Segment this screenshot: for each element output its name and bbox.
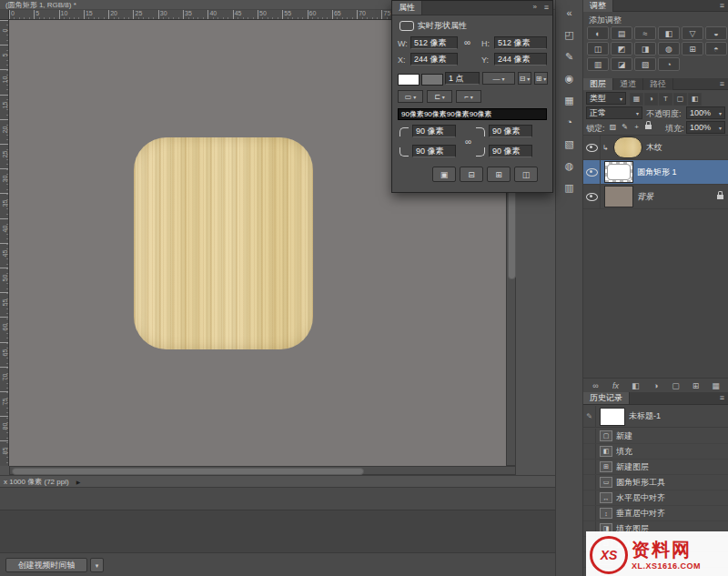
adjustment-icon[interactable]: ▥ — [587, 57, 609, 71]
stroke-style-dropdown[interactable]: ― — [482, 72, 515, 85]
dock-panel-icon[interactable]: ◍ — [560, 157, 580, 175]
lock-position-icon[interactable]: + — [631, 121, 642, 133]
combine-shapes-button[interactable]: ▣ — [432, 167, 456, 182]
history-step[interactable]: ↔水平居中对齐 — [583, 490, 728, 506]
history-source-cell[interactable] — [583, 460, 596, 474]
status-menu-arrow-icon[interactable]: ▶ — [76, 480, 81, 485]
radius-combined-field[interactable]: 90像素90像素90像素90像素 — [398, 108, 547, 120]
layer-row[interactable]: ↳木纹 — [583, 136, 728, 160]
tab-layers[interactable]: 图层 — [583, 78, 613, 90]
new-layer-icon[interactable]: ⊞ — [690, 379, 703, 393]
link-layers-icon[interactable]: ∞ — [590, 379, 602, 393]
adjustment-icon[interactable]: ◐ — [587, 26, 609, 40]
layer-filter-icon[interactable]: ▢ — [673, 93, 687, 106]
intersect-shape-button[interactable]: ⊞ — [487, 167, 511, 182]
delete-layer-icon[interactable]: ▦ — [710, 379, 723, 393]
dock-panel-icon[interactable]: ◔ — [560, 113, 580, 131]
dock-panel-icon[interactable]: ✎ — [560, 47, 580, 66]
layer-row[interactable]: 圆角矩形 1 — [583, 160, 728, 185]
tab-paths[interactable]: 路径 — [643, 78, 673, 90]
adjustment-icon[interactable]: ◨ — [634, 42, 656, 56]
dock-panel-icon[interactable]: ▥ — [560, 178, 580, 197]
dock-panel-icon[interactable]: ◉ — [560, 69, 580, 87]
panel-menu-icon[interactable]: ≡ — [544, 3, 549, 12]
layer-filter-icon[interactable]: ◑ — [644, 93, 658, 106]
history-snapshot-row[interactable]: ✎ 未标题-1 — [583, 406, 728, 428]
layer-filter-icon[interactable]: ◧ — [688, 93, 702, 106]
adjustment-icon[interactable]: ▧ — [634, 57, 656, 71]
width-field[interactable]: 512 像素 — [410, 36, 458, 49]
visibility-toggle[interactable] — [583, 136, 601, 159]
exclude-shape-button[interactable]: ◫ — [514, 167, 538, 182]
history-source-cell[interactable] — [583, 444, 596, 459]
lock-all-icon[interactable] — [642, 121, 654, 133]
link-radii-icon[interactable]: ∞ — [465, 136, 471, 147]
stroke-width-field[interactable]: 1 点 — [445, 72, 480, 85]
adjustment-icon[interactable]: ≈ — [634, 26, 656, 40]
blend-mode-dropdown[interactable]: 正常 — [586, 106, 642, 119]
height-field[interactable]: 512 像素 — [494, 36, 547, 49]
dock-panel-icon[interactable]: ▧ — [560, 135, 580, 153]
layer-filter-dropdown[interactable]: 类型 — [586, 92, 626, 105]
adjustment-icon[interactable]: ⊞ — [682, 42, 703, 56]
stroke-align-dropdown[interactable]: ▭ — [398, 90, 423, 103]
stroke-options-button[interactable]: ⊟ — [518, 72, 531, 85]
stroke-swatch[interactable] — [421, 74, 443, 86]
link-wh-icon[interactable]: ∞ — [464, 37, 470, 47]
adjustment-icon[interactable]: ▽ — [682, 26, 703, 40]
stroke-cap-dropdown[interactable]: ⊏ — [427, 90, 452, 103]
visibility-toggle[interactable] — [583, 160, 601, 184]
adjustment-icon[interactable]: ◪ — [611, 57, 632, 71]
create-video-timeline-button[interactable]: 创建视频时间轴 — [5, 558, 87, 572]
adjustment-icon[interactable]: ◓ — [705, 42, 727, 56]
x-field[interactable]: 244 像素 — [410, 53, 458, 66]
ruler-origin[interactable] — [0, 10, 9, 20]
panel-menu-icon[interactable]: ≡ — [720, 1, 724, 10]
dock-panel-icon[interactable]: ▦ — [560, 91, 580, 109]
layer-style-icon[interactable]: fx — [610, 379, 622, 393]
new-group-icon[interactable]: ▢ — [670, 379, 682, 393]
adjustment-icon[interactable]: ◔ — [658, 57, 680, 71]
tab-channels[interactable]: 通道 — [613, 78, 643, 90]
radius-bottom-right-field[interactable]: 90 像素 — [489, 145, 532, 157]
tab-properties[interactable]: 属性 — [392, 1, 422, 15]
history-source-cell[interactable] — [583, 429, 596, 443]
opacity-dropdown[interactable]: 100% — [686, 106, 725, 119]
subtract-shape-button[interactable]: ⊟ — [460, 167, 483, 182]
layer-row[interactable]: 背景 — [583, 185, 728, 209]
history-step[interactable]: ↕垂直居中对齐 — [583, 506, 728, 521]
new-adjustment-layer-icon[interactable]: ◑ — [650, 379, 662, 393]
stroke-options-button[interactable]: ⊞ — [534, 72, 548, 85]
adjustment-icon[interactable]: ▤ — [611, 26, 632, 40]
y-field[interactable]: 244 像素 — [494, 53, 547, 66]
radius-top-right-field[interactable]: 90 像素 — [489, 125, 532, 137]
history-step[interactable]: ▭圆角矩形工具 — [583, 475, 728, 490]
tab-history[interactable]: 历史记录 — [583, 392, 630, 404]
layer-filter-icon[interactable]: T — [659, 93, 672, 106]
adjustment-icon[interactable]: ◩ — [611, 42, 632, 56]
lock-transparent-icon[interactable]: ▨ — [607, 121, 619, 133]
horizontal-scrollbar-thumb[interactable] — [12, 468, 364, 475]
visibility-toggle[interactable] — [583, 185, 601, 208]
history-step[interactable]: ◧填充 — [583, 444, 728, 460]
history-source-cell[interactable] — [583, 506, 596, 520]
history-source-cell[interactable] — [583, 490, 596, 505]
adjustment-icon[interactable]: ◫ — [587, 42, 609, 56]
adjustment-icon[interactable]: ◒ — [705, 26, 727, 40]
horizontal-scrollbar[interactable] — [9, 466, 516, 475]
history-step[interactable]: ⊞新建图层 — [583, 460, 728, 475]
fill-dropdown[interactable]: 100% — [686, 121, 725, 134]
add-layer-mask-icon[interactable]: ◧ — [630, 379, 642, 393]
radius-top-left-field[interactable]: 90 像素 — [412, 125, 456, 137]
adjustment-icon[interactable]: ◧ — [658, 26, 680, 40]
timeline-type-dropdown[interactable]: ▾ — [90, 558, 104, 572]
history-brush-source-icon[interactable]: ✎ — [583, 406, 596, 428]
adjustment-icon[interactable]: ◍ — [658, 42, 680, 56]
fill-swatch[interactable] — [398, 74, 420, 86]
tab-adjustments[interactable]: 调整 — [583, 0, 613, 12]
stroke-corner-dropdown[interactable]: ⌐ — [456, 90, 481, 103]
radius-bottom-left-field[interactable]: 90 像素 — [412, 145, 456, 157]
dock-panel-icon[interactable]: « — [560, 4, 580, 22]
collapse-panel-icon[interactable]: » — [533, 3, 536, 11]
history-source-cell[interactable] — [583, 475, 596, 490]
